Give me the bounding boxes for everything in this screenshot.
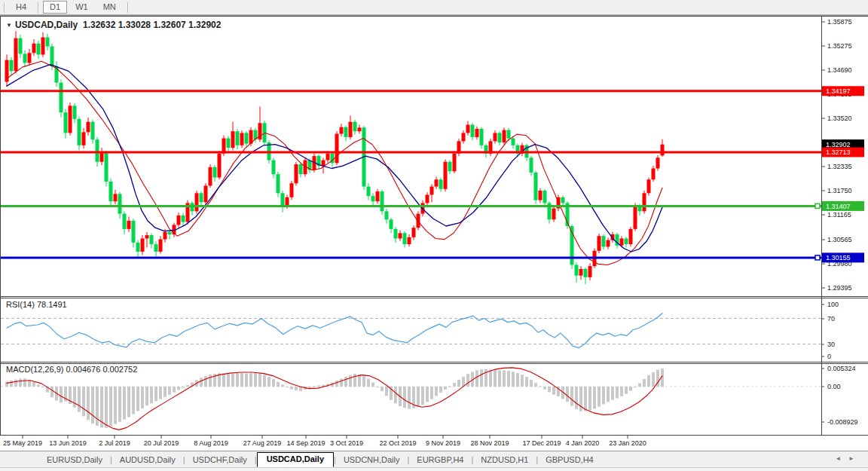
svg-text:25 May 2019: 25 May 2019 (3, 439, 42, 447)
price-chart-svg[interactable]: 1.358751.352751.346901.341051.335201.323… (0, 0, 868, 451)
svg-text:30: 30 (827, 341, 835, 348)
svg-text:0.005324: 0.005324 (827, 365, 856, 372)
svg-text:1.29395: 1.29395 (827, 284, 852, 292)
period-button-w1[interactable]: W1 (69, 1, 95, 14)
svg-text:1.30155: 1.30155 (826, 254, 851, 261)
svg-text:1.34197: 1.34197 (826, 87, 851, 95)
svg-text:17 Dec 2019: 17 Dec 2019 (522, 439, 561, 447)
svg-text:27 Aug 2019: 27 Aug 2019 (243, 439, 282, 447)
svg-text:0: 0 (827, 353, 831, 360)
svg-text:1.30565: 1.30565 (827, 236, 852, 243)
svg-text:1.35275: 1.35275 (827, 42, 852, 50)
period-button-mn[interactable]: MN (96, 1, 123, 14)
svg-text:22 Oct 2019: 22 Oct 2019 (379, 439, 416, 447)
svg-text:23 Jan 2020: 23 Jan 2020 (609, 439, 646, 447)
tab-eurgbp-h4[interactable]: EURGBP,H4 (409, 453, 471, 467)
symbol-tab-bar: EURUSD,Daily|AUDUSD,Daily|USDCHF,Daily|U… (0, 451, 868, 467)
tab-scroll-left-icon[interactable]: ◄ (835, 455, 848, 462)
svg-text:2 Jul 2019: 2 Jul 2019 (99, 439, 130, 447)
svg-text:13 Jun 2019: 13 Jun 2019 (49, 439, 87, 447)
date-axis: 25 May 201913 Jun 20192 Jul 201920 Jul 2… (3, 436, 646, 447)
status-strip (0, 467, 868, 471)
macd-panel: 0.0053240.00-0.008929 (1, 365, 858, 430)
chart-dropdown-icon[interactable]: ▼ (6, 22, 12, 29)
tab-eurusd-daily[interactable]: EURUSD,Daily (39, 453, 110, 467)
svg-text:1.32335: 1.32335 (827, 163, 852, 170)
svg-text:1.35875: 1.35875 (827, 18, 852, 26)
rsi-panel: 10070300 (1, 301, 839, 360)
svg-text:-0.008929: -0.008929 (827, 418, 858, 426)
svg-text:20 Jul 2019: 20 Jul 2019 (144, 439, 179, 447)
period-button-d1[interactable]: D1 (43, 1, 67, 14)
svg-text:1.31750: 1.31750 (827, 187, 852, 194)
tab-scroll-right-icon[interactable]: ► (848, 455, 862, 462)
svg-text:3 Oct 2019: 3 Oct 2019 (330, 439, 363, 447)
support-resistance-lines[interactable] (1, 91, 821, 260)
svg-text:100: 100 (827, 301, 839, 308)
tab-usdchf-daily[interactable]: USDCHF,Daily (185, 453, 255, 467)
svg-text:14 Sep 2019: 14 Sep 2019 (286, 439, 325, 447)
svg-text:8 Aug 2019: 8 Aug 2019 (194, 439, 228, 447)
svg-text:0.00: 0.00 (827, 383, 841, 390)
macd-indicator-label: MACD(12,26,9) 0.004676 0.002752 (6, 365, 137, 374)
svg-text:1.31165: 1.31165 (827, 211, 851, 219)
svg-text:1.34690: 1.34690 (827, 66, 852, 74)
tab-usdcad-daily[interactable]: USDCAD,Daily (257, 452, 334, 467)
mt4-window: { "toolbar":{"periods":[ {"label":"H4","… (0, 0, 868, 471)
chart-title-ohlc: 1.32632 1.33028 1.32607 1.32902 (83, 20, 222, 30)
svg-text:4 Jan 2020: 4 Jan 2020 (566, 439, 600, 447)
svg-text:1.33520: 1.33520 (827, 115, 852, 122)
svg-text:28 Nov 2019: 28 Nov 2019 (470, 439, 509, 447)
rsi-indicator-label: RSI(14) 78.1491 (6, 300, 67, 309)
svg-text:1.31407: 1.31407 (826, 203, 851, 210)
toolbar-separator (38, 2, 38, 13)
svg-text:1.32713: 1.32713 (826, 148, 851, 156)
toolbar-separator (4, 2, 5, 13)
tab-scroll-arrows: ◄► (835, 455, 862, 462)
period-button-h4[interactable]: H4 (9, 1, 33, 14)
tab-nzdusd-h1[interactable]: NZDUSD,H1 (473, 453, 536, 467)
toolbar-separator (127, 2, 128, 13)
chart-title: ▼USDCAD,Daily 1.32632 1.33028 1.32607 1.… (6, 20, 221, 30)
tab-audusd-daily[interactable]: AUDUSD,Daily (112, 453, 183, 467)
tab-gbpusd-h4[interactable]: GBPUSD,H4 (538, 453, 601, 467)
tab-usdcnh-daily[interactable]: USDCNH,Daily (336, 453, 408, 467)
svg-text:9 Nov 2019: 9 Nov 2019 (426, 439, 460, 447)
svg-text:70: 70 (827, 315, 835, 323)
period-toolbar: H4 D1 W1 MN (0, 0, 868, 15)
chart-title-symbol: USDCAD,Daily (15, 20, 78, 30)
